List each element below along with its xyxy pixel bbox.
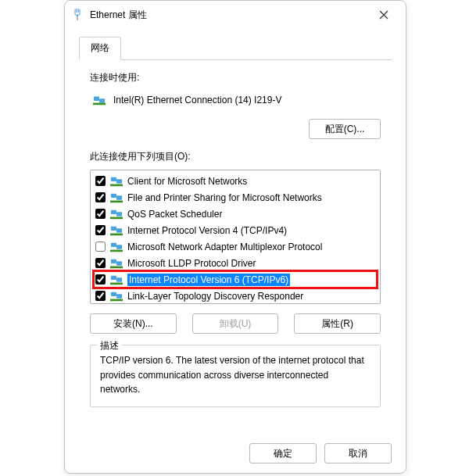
component-label: Internet Protocol Version 6 (TCP/IPv6)	[127, 274, 290, 286]
svg-rect-21	[116, 228, 122, 232]
svg-rect-18	[116, 212, 122, 216]
svg-rect-31	[110, 282, 123, 285]
connect-using-label: 连接时使用:	[90, 71, 381, 84]
component-label: QoS Packet Scheduler	[127, 209, 222, 220]
items-used-label: 此连接使用下列项目(O):	[90, 150, 381, 163]
list-item[interactable]: Link-Layer Topology Discovery Responder	[91, 288, 380, 304]
configure-row: 配置(C)...	[90, 119, 381, 139]
component-label: Client for Microsoft Networks	[127, 176, 247, 187]
component-buttons-row: 安装(N)... 卸载(U) 属性(R)	[90, 313, 381, 334]
svg-rect-32	[111, 292, 116, 295]
list-item[interactable]: Internet Protocol Version 6 (TCP/IPv6)	[91, 271, 380, 288]
ok-button[interactable]: 确定	[249, 443, 317, 463]
ethernet-plug-icon	[71, 9, 84, 21]
svg-rect-13	[110, 184, 123, 186]
svg-rect-23	[111, 242, 116, 246]
network-component-icon	[110, 290, 123, 302]
tabstrip: 网络	[79, 37, 392, 60]
component-checkbox[interactable]	[95, 291, 106, 301]
install-button[interactable]: 安装(N)...	[90, 313, 177, 334]
svg-rect-34	[110, 299, 123, 301]
list-item[interactable]: Internet Protocol Version 4 (TCP/IPv4)	[91, 222, 380, 238]
component-checkbox[interactable]	[95, 209, 106, 219]
network-component-icon	[110, 175, 123, 188]
svg-rect-28	[110, 266, 123, 268]
component-label: Internet Protocol Version 4 (TCP/IPv4)	[127, 225, 287, 236]
close-button[interactable]	[368, 3, 399, 27]
svg-rect-29	[111, 275, 116, 279]
list-item[interactable]: Microsoft Network Adapter Multiplexor Pr…	[91, 238, 380, 255]
component-label: File and Printer Sharing for Microsoft N…	[127, 192, 322, 203]
svg-rect-19	[110, 217, 123, 219]
svg-rect-15	[116, 195, 122, 199]
adapter-name: Intel(R) Ethernet Connection (14) I219-V	[113, 95, 281, 106]
component-checkbox[interactable]	[95, 176, 106, 186]
svg-rect-33	[116, 294, 122, 298]
component-label: Microsoft Network Adapter Multiplexor Pr…	[127, 242, 322, 252]
network-component-icon	[110, 208, 123, 220]
svg-rect-26	[111, 259, 116, 263]
svg-rect-16	[110, 200, 123, 202]
tab-network[interactable]: 网络	[79, 37, 121, 60]
svg-rect-24	[116, 245, 122, 249]
configure-button[interactable]: 配置(C)...	[309, 119, 381, 139]
component-checkbox[interactable]	[95, 225, 106, 235]
svg-rect-8	[94, 97, 99, 101]
svg-rect-20	[111, 226, 116, 230]
components-listbox[interactable]: Client for Microsoft NetworksFile and Pr…	[90, 170, 381, 304]
svg-rect-10	[93, 103, 106, 106]
titlebar[interactable]: Ethernet 属性	[65, 1, 406, 29]
adapter-row: Intel(R) Ethernet Connection (14) I219-V	[90, 91, 381, 117]
network-component-icon	[110, 274, 123, 286]
svg-rect-12	[116, 179, 122, 183]
dialog-footer: 确定 取消	[249, 443, 392, 463]
dialog-window: Ethernet 属性 网络 连接时使用: Intel(R) Ethernet …	[64, 0, 406, 474]
list-item[interactable]: QoS Packet Scheduler	[91, 206, 380, 222]
svg-rect-9	[99, 98, 105, 102]
component-label: Link-Layer Topology Discovery Responder	[127, 291, 303, 302]
svg-rect-14	[111, 193, 116, 197]
description-text: TCP/IP version 6. The latest version of …	[100, 353, 371, 397]
description-title: 描述	[97, 339, 122, 353]
list-item[interactable]: Microsoft LLDP Protocol Driver	[91, 255, 380, 271]
network-component-icon	[110, 257, 123, 270]
svg-rect-25	[110, 249, 123, 252]
list-item[interactable]: Client for Microsoft Networks	[91, 173, 380, 189]
tab-panel: 连接时使用: Intel(R) Ethernet Connection (14)…	[79, 71, 392, 407]
cancel-button[interactable]: 取消	[324, 443, 392, 463]
svg-rect-22	[110, 233, 123, 235]
network-adapter-icon	[93, 94, 106, 106]
network-component-icon	[110, 191, 123, 204]
svg-rect-30	[116, 277, 122, 281]
client-area: 网络 连接时使用: Intel(R) Ethernet Connection (…	[65, 29, 406, 418]
description-groupbox: 描述 TCP/IP version 6. The latest version …	[90, 345, 381, 407]
network-component-icon	[110, 224, 123, 237]
svg-rect-17	[111, 209, 116, 213]
svg-rect-4	[77, 15, 78, 16]
component-checkbox[interactable]	[95, 258, 106, 268]
component-checkbox[interactable]	[95, 274, 106, 285]
svg-rect-11	[111, 177, 116, 181]
list-item[interactable]: File and Printer Sharing for Microsoft N…	[91, 189, 380, 206]
uninstall-button: 卸载(U)	[192, 313, 279, 334]
svg-rect-27	[116, 261, 122, 265]
properties-button[interactable]: 属性(R)	[294, 313, 381, 334]
window-title: Ethernet 属性	[90, 9, 368, 22]
component-checkbox[interactable]	[95, 192, 106, 202]
network-component-icon	[110, 241, 123, 253]
component-label: Microsoft LLDP Protocol Driver	[127, 258, 256, 269]
component-checkbox[interactable]	[95, 242, 106, 252]
